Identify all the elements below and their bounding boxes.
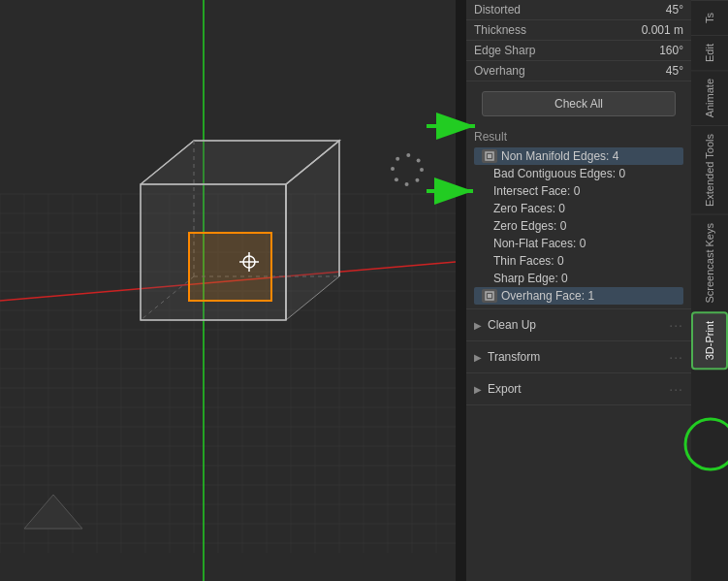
- side-tab-edit[interactable]: Edit: [691, 35, 728, 70]
- row-label: Overhang: [466, 61, 595, 81]
- section-left: ▶ Export: [474, 382, 522, 396]
- row-value: 45°: [595, 61, 691, 81]
- section-left: ▶ Transform: [474, 350, 540, 364]
- row-value: 160°: [595, 41, 691, 61]
- result-item: Intersect Face: 0: [474, 182, 683, 200]
- result-item[interactable]: Overhang Face: 1: [474, 287, 683, 305]
- viewport-3d[interactable]: [0, 0, 456, 581]
- result-item: Zero Faces: 0: [474, 200, 683, 217]
- chevron-icon: ▶: [474, 352, 482, 363]
- result-item[interactable]: Non Manifold Edges: 4: [474, 147, 683, 165]
- result-item-label: Thin Faces: 0: [493, 254, 564, 268]
- bottom-sections: ▶ Clean Up ··· ▶ Transform ··· ▶ Export …: [466, 308, 691, 405]
- result-icon: [482, 289, 497, 303]
- result-item: Zero Edges: 0: [474, 217, 683, 235]
- section-left: ▶ Clean Up: [474, 318, 536, 332]
- section-dots: ···: [669, 381, 683, 397]
- result-label: Result: [474, 130, 683, 144]
- table-row: Distorted45°: [466, 0, 691, 20]
- result-section: Result Non Manifold Edges: 4Bad Contiguo…: [466, 126, 691, 308]
- result-item-label: Zero Edges: 0: [493, 219, 566, 233]
- section-dots: ···: [669, 317, 683, 333]
- table-row: Edge Sharp160°: [466, 41, 691, 61]
- result-icon: [482, 149, 497, 163]
- result-item-label: Non Manifold Edges: 4: [501, 149, 618, 163]
- side-tabs: TsEditAnimateExtended ToolsScreencast Ke…: [691, 0, 728, 581]
- table-row: Thickness0.001 m: [466, 20, 691, 41]
- result-item: Bad Contiguous Edges: 0: [474, 165, 683, 182]
- row-label: Thickness: [466, 20, 595, 41]
- result-item-label: Sharp Edge: 0: [493, 272, 568, 285]
- section-label: Export: [488, 382, 522, 396]
- side-tab-screencast-keys[interactable]: Screencast Keys: [691, 214, 728, 311]
- section-label: Clean Up: [488, 318, 536, 332]
- row-value: 45°: [595, 0, 691, 20]
- side-tab-extended-tools[interactable]: Extended Tools: [691, 125, 728, 214]
- row-label: Distorted: [466, 0, 595, 20]
- result-item-label: Overhang Face: 1: [501, 289, 594, 303]
- result-item: Sharp Edge: 0: [474, 270, 683, 287]
- section-clean-up[interactable]: ▶ Clean Up ···: [466, 309, 691, 341]
- section-dots: ···: [669, 349, 683, 365]
- result-item-label: Zero Faces: 0: [493, 202, 565, 215]
- chevron-icon: ▶: [474, 320, 482, 331]
- result-item-label: Non-Flat Faces: 0: [493, 237, 586, 250]
- result-items-list: Non Manifold Edges: 4Bad Contiguous Edge…: [474, 147, 683, 305]
- svg-rect-7: [488, 154, 491, 158]
- section-label: Transform: [488, 350, 540, 364]
- table-row: Overhang45°: [466, 61, 691, 81]
- row-value: 0.001 m: [595, 20, 691, 41]
- result-item: Thin Faces: 0: [474, 252, 683, 270]
- result-item-label: Bad Contiguous Edges: 0: [493, 167, 625, 180]
- svg-rect-9: [488, 294, 491, 298]
- row-label: Edge Sharp: [466, 41, 595, 61]
- panel-scroll[interactable]: Distorted45°Thickness0.001 mEdge Sharp16…: [466, 0, 691, 581]
- result-item-label: Intersect Face: 0: [493, 184, 580, 198]
- side-tab-ts[interactable]: Ts: [691, 0, 728, 35]
- chevron-icon: ▶: [474, 384, 482, 395]
- side-tab-animate[interactable]: Animate: [691, 70, 728, 125]
- result-item: Non-Flat Faces: 0: [474, 235, 683, 252]
- section-transform[interactable]: ▶ Transform ···: [466, 341, 691, 373]
- side-tab-3d-print[interactable]: 3D-Print: [691, 311, 728, 370]
- properties-table: Distorted45°Thickness0.001 mEdge Sharp16…: [466, 0, 691, 81]
- scene-canvas: [0, 0, 456, 581]
- section-export[interactable]: ▶ Export ···: [466, 373, 691, 405]
- check-all-button[interactable]: Check All: [482, 91, 676, 116]
- right-panel: Distorted45°Thickness0.001 mEdge Sharp16…: [466, 0, 691, 581]
